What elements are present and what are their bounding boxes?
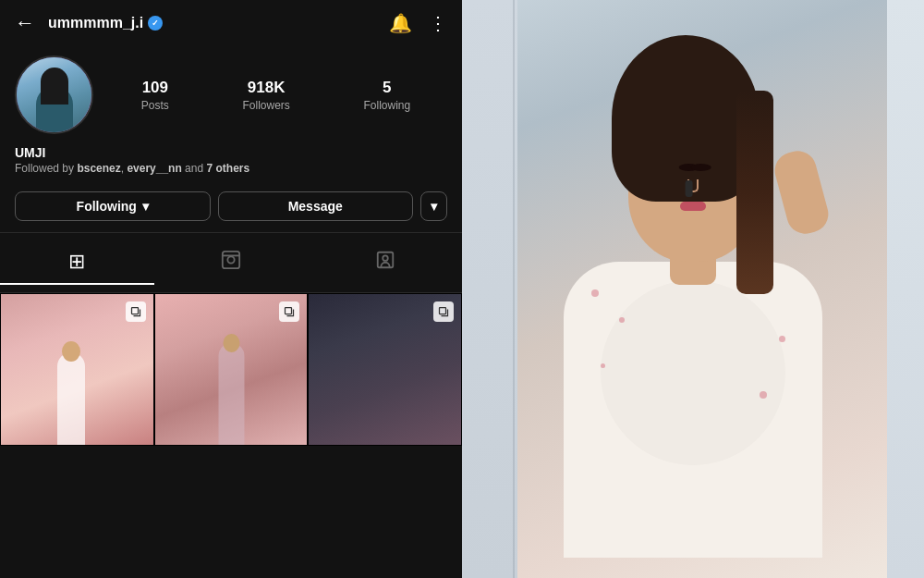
portrait-lips <box>680 202 706 211</box>
floral-dot <box>779 336 785 342</box>
following-stat[interactable]: 5 Following <box>363 79 410 112</box>
photo-figure-1 <box>43 315 99 445</box>
tab-grid[interactable]: ⊞ <box>0 240 154 285</box>
instagram-panel: ← ummmmm_j.i ✓ 🔔 ⋮ 109 Posts 918K Follow… <box>0 0 462 578</box>
header-bar: ← ummmmm_j.i ✓ 🔔 ⋮ <box>0 0 462 46</box>
bg-wall-right <box>887 0 924 578</box>
following-chevron-icon: ▾ <box>142 199 149 214</box>
portrait-photo-panel <box>462 0 924 578</box>
avatar-image <box>17 57 91 132</box>
floral-dot <box>601 363 605 368</box>
svg-point-1 <box>227 256 234 263</box>
profile-section: 109 Posts 918K Followers 5 Following <box>0 46 462 145</box>
svg-rect-7 <box>440 308 446 314</box>
dropdown-chevron-icon: ▾ <box>431 199 437 214</box>
tab-tagged[interactable] <box>308 240 462 285</box>
posts-count: 109 <box>142 79 168 97</box>
following-label: Following <box>363 99 410 112</box>
grid-photo-3[interactable] <box>308 293 462 446</box>
avatar[interactable] <box>15 55 93 134</box>
following-button[interactable]: Following ▾ <box>15 191 211 221</box>
action-buttons: Following ▾ Message ▾ <box>0 184 462 232</box>
dropdown-button[interactable]: ▾ <box>420 191 447 221</box>
photo-grid <box>0 293 462 578</box>
followers-count: 918K <box>248 79 286 97</box>
notification-icon[interactable]: 🔔 <box>389 12 412 34</box>
display-name: UMJI <box>15 145 447 160</box>
posts-label: Posts <box>141 99 169 112</box>
verified-badge: ✓ <box>148 16 163 31</box>
posts-stat[interactable]: 109 Posts <box>141 79 169 112</box>
portrait-earring <box>686 180 693 197</box>
grid-icon: ⊞ <box>68 250 85 274</box>
grid-photo-1[interactable] <box>0 293 154 446</box>
followed-by-text: Followed by bscenez, every__nn and 7 oth… <box>15 162 447 175</box>
stats-row: 109 Posts 918K Followers 5 Following <box>104 79 447 112</box>
header-icons: 🔔 ⋮ <box>389 12 447 34</box>
message-label: Message <box>288 199 343 214</box>
portrait-hair <box>612 35 760 202</box>
tagged-icon <box>375 250 395 276</box>
photo-figure-2 <box>206 306 257 445</box>
portrait-container <box>508 21 878 558</box>
more-options-icon[interactable]: ⋮ <box>429 12 447 34</box>
tab-reels[interactable] <box>154 240 309 285</box>
multi-photo-icon-1 <box>126 301 146 322</box>
bio-section: UMJI Followed by bscenez, every__nn and … <box>0 145 462 184</box>
followers-stat[interactable]: 918K Followers <box>242 79 289 112</box>
svg-rect-6 <box>286 308 292 314</box>
svg-rect-5 <box>131 308 138 314</box>
following-label: Following <box>77 199 137 214</box>
username-display: ummmmm_j.i ✓ <box>48 15 380 31</box>
floral-dot <box>591 289 599 297</box>
portrait-body <box>564 262 822 558</box>
floral-dot <box>760 391 767 399</box>
grid-photo-2[interactable] <box>154 293 309 446</box>
followers-label: Followers <box>242 99 289 112</box>
portrait-hand <box>771 146 833 238</box>
avatar-hair <box>41 68 68 105</box>
svg-rect-0 <box>223 252 239 268</box>
reels-icon <box>221 250 241 276</box>
floral-dot <box>619 317 625 323</box>
portrait-right-eye <box>691 164 711 171</box>
back-button[interactable]: ← <box>15 11 35 35</box>
following-count: 5 <box>383 79 391 97</box>
multi-photo-icon-3 <box>433 301 454 322</box>
username-text: ummmmm_j.i <box>48 15 143 31</box>
tab-bar: ⊞ <box>0 232 462 293</box>
svg-point-4 <box>383 255 388 261</box>
multi-photo-icon-2 <box>279 301 299 322</box>
message-button[interactable]: Message <box>218 191 414 221</box>
